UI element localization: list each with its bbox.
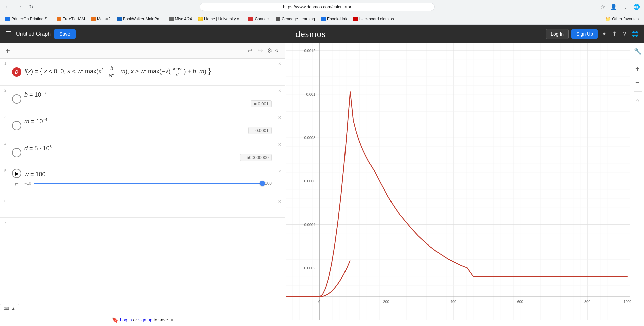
bookmark-home-university[interactable]: ⭐ Home | University o... bbox=[195, 16, 245, 22]
keyboard-button[interactable]: ⌨ ▲ bbox=[0, 304, 19, 313]
help-icon-button[interactable]: ? bbox=[621, 29, 627, 39]
expression-row: 1 D f(x) = { x < 0: 0, x < w: max(x2 · bbox=[0, 59, 285, 86]
collapse-panel-button[interactable]: « bbox=[274, 46, 280, 55]
slider-thumb[interactable] bbox=[260, 181, 265, 186]
banner-login-link[interactable]: Log in bbox=[120, 317, 132, 322]
bookmark-favicon bbox=[117, 17, 122, 21]
row-number: 6 bbox=[0, 196, 11, 217]
slider-min-label: −10 bbox=[24, 181, 31, 186]
svg-text:800: 800 bbox=[584, 300, 590, 304]
address-bar[interactable]: https://www.desmos.com/calculator bbox=[200, 3, 435, 11]
expression-row[interactable]: 7 bbox=[0, 218, 285, 239]
expression-content[interactable]: f(x) = { x < 0: 0, x < w: max(x2 · b w2 … bbox=[23, 59, 274, 85]
browser-chrome: ← → ↻ https://www.desmos.com/calculator … bbox=[0, 0, 644, 25]
expressions-list: 1 D f(x) = { x < 0: 0, x < w: max(x2 · bbox=[0, 59, 285, 300]
bookmark-mainv2[interactable]: MainV2 bbox=[88, 16, 113, 22]
row-number: 4 bbox=[0, 139, 11, 166]
circle-color-icon[interactable] bbox=[12, 121, 21, 130]
topbar-right: Log In Sign Up ✦ ⬆ ? 🌐 bbox=[546, 29, 640, 39]
expression-value: = 0.001 bbox=[251, 100, 272, 107]
row-icon-col bbox=[11, 196, 23, 217]
avatar-button[interactable]: 🌐 bbox=[632, 2, 641, 11]
delete-expression-button[interactable]: × bbox=[278, 88, 281, 94]
circle-color-icon[interactable] bbox=[12, 94, 21, 104]
browser-toolbar: ← → ↻ https://www.desmos.com/calculator … bbox=[0, 0, 644, 13]
delete-expression-button[interactable]: × bbox=[278, 142, 281, 147]
expression-content[interactable]: d = 5 · 108 = 500000000 bbox=[23, 139, 274, 166]
circle-color-icon[interactable] bbox=[12, 148, 21, 157]
expression-content[interactable]: w = 100 −10 100 bbox=[23, 166, 274, 190]
bookmark-freetieriam[interactable]: FreeTierIAM bbox=[54, 16, 88, 22]
expression-content[interactable]: m = 10−4 = 0.0001 bbox=[23, 112, 274, 139]
signup-button[interactable]: Sign Up bbox=[571, 29, 598, 39]
graph-svg: 0.0012 0.001 0.0008 0.0006 0.0004 0.0002… bbox=[285, 43, 631, 326]
expression-content[interactable] bbox=[23, 196, 274, 217]
bookmark-ebook[interactable]: Ebook-Link bbox=[318, 16, 350, 22]
undo-button[interactable]: ↩ bbox=[245, 46, 255, 56]
svg-text:0.0008: 0.0008 bbox=[304, 135, 315, 140]
bookmark-star-button[interactable]: ☆ bbox=[599, 2, 606, 11]
hamburger-button[interactable]: ☰ bbox=[4, 29, 13, 39]
forward-button[interactable]: → bbox=[15, 2, 24, 11]
bookmark-printeron[interactable]: PrinterOn Printing S... bbox=[3, 16, 53, 22]
expression-row: 4 d = 5 · 108 = 500000000 × bbox=[0, 139, 285, 166]
share-icon-button[interactable]: ⬆ bbox=[611, 29, 618, 39]
delete-expression-button[interactable]: × bbox=[278, 115, 281, 120]
redo-button[interactable]: ↪ bbox=[255, 46, 266, 56]
profile-button[interactable]: 👤 bbox=[609, 2, 618, 11]
delete-expression-button[interactable]: × bbox=[278, 199, 281, 204]
toolbar-divider bbox=[634, 91, 642, 92]
settings-button[interactable]: ⚙ bbox=[266, 46, 274, 56]
sort-icon[interactable]: ⇄ bbox=[12, 181, 21, 187]
expression-panel: + ↩ ↪ ⚙ « 1 D bbox=[0, 43, 285, 326]
refresh-button[interactable]: ↻ bbox=[27, 2, 35, 11]
desmos-main: + ↩ ↪ ⚙ « 1 D bbox=[0, 43, 644, 326]
zoom-out-button[interactable]: − bbox=[632, 76, 644, 89]
expression-content[interactable]: b = 10−3 = 0.001 bbox=[23, 86, 274, 112]
globe-icon-button[interactable]: 🌐 bbox=[630, 29, 640, 39]
slider-track[interactable] bbox=[34, 183, 262, 184]
expression-math: m = 10−4 bbox=[24, 117, 272, 126]
bookmark-misc[interactable]: Misc 4/24 bbox=[166, 16, 195, 22]
bookmark-favicon bbox=[353, 17, 358, 21]
topbar-center: desmos bbox=[76, 29, 546, 39]
save-button[interactable]: Save bbox=[54, 29, 76, 39]
bookmark-favicon: ⭐ bbox=[198, 17, 203, 21]
row-number: 1 bbox=[0, 59, 11, 85]
menu-button[interactable]: ⋮ bbox=[621, 2, 629, 11]
add-expression-button[interactable]: + bbox=[5, 46, 10, 55]
zoom-in-button[interactable]: + bbox=[632, 63, 644, 75]
graph-area[interactable]: 0.0012 0.001 0.0008 0.0006 0.0004 0.0002… bbox=[285, 43, 644, 326]
svg-text:0.0012: 0.0012 bbox=[304, 49, 315, 53]
expression-math: d = 5 · 108 bbox=[24, 144, 272, 153]
bookmarks-bar: PrinterOn Printing S... FreeTierIAM Main… bbox=[0, 13, 644, 25]
banner-signup-link[interactable]: sign up bbox=[138, 317, 152, 322]
play-animation-button[interactable]: ▶ bbox=[12, 169, 21, 178]
home-button[interactable]: ⌂ bbox=[632, 94, 644, 106]
bookmark-label: MainV2 bbox=[97, 17, 111, 21]
expression-row[interactable]: 6 × bbox=[0, 196, 285, 218]
other-favorites[interactable]: 📁 Other favorites bbox=[602, 16, 641, 22]
delete-expression-button[interactable]: × bbox=[278, 169, 281, 174]
bookmark-cengage[interactable]: Cengage Learning bbox=[273, 16, 318, 22]
banner-close-button[interactable]: × bbox=[169, 317, 173, 323]
svg-text:0.0002: 0.0002 bbox=[304, 266, 315, 270]
keyboard-expand-icon: ▲ bbox=[11, 306, 15, 311]
bookmark-blackboard[interactable]: blackboard.olemiss... bbox=[351, 16, 400, 22]
bookmark-bookwalker[interactable]: BookWalker-MainPa... bbox=[114, 16, 166, 22]
expression-value: = 0.0001 bbox=[248, 127, 272, 134]
wrench-button[interactable]: 🔧 bbox=[632, 45, 644, 57]
row-icon-col bbox=[11, 86, 23, 112]
bookmark-label: Home | University o... bbox=[204, 17, 242, 21]
url-text: https://www.desmos.com/calculator bbox=[204, 4, 430, 9]
login-button[interactable]: Log In bbox=[546, 29, 569, 39]
bookmark-connect[interactable]: Connect bbox=[246, 16, 272, 22]
svg-text:0: 0 bbox=[318, 300, 320, 304]
row-delete-col: × bbox=[274, 86, 285, 112]
expression-content[interactable] bbox=[23, 218, 274, 239]
star-icon-button[interactable]: ✦ bbox=[600, 29, 608, 39]
delete-expression-button[interactable]: × bbox=[278, 61, 281, 67]
bookmark-favicon bbox=[321, 17, 326, 21]
back-button[interactable]: ← bbox=[3, 2, 12, 11]
row-delete-col: × bbox=[274, 112, 285, 139]
